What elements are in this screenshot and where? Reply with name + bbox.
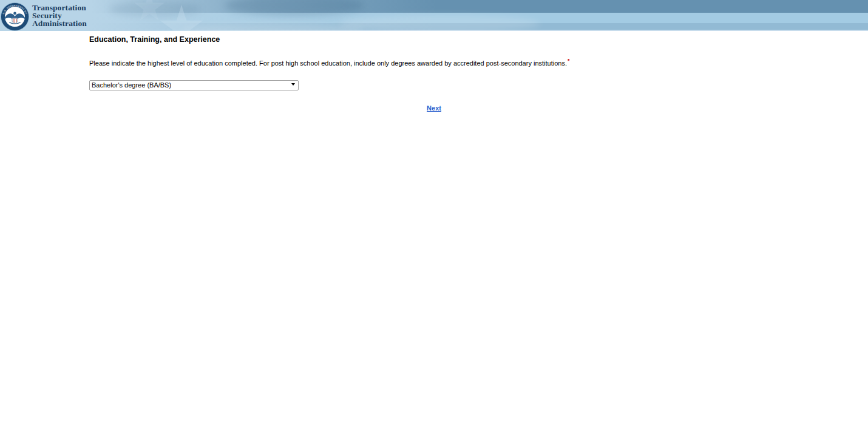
page: U.S. DEPARTMENT OF HOMELAND SECURITY — [0, 0, 868, 113]
next-row: Next — [89, 102, 779, 113]
education-level-select[interactable]: Bachelor's degree (BA/BS) — [89, 80, 299, 90]
question-text: Please indicate the highest level of edu… — [89, 57, 779, 67]
education-level-select-wrap: Bachelor's degree (BA/BS) — [89, 79, 299, 89]
header-cloud-shape — [109, 1, 200, 17]
agency-wordmark: Transportation Security Administration — [32, 4, 87, 27]
page-title: Education, Training, and Experience — [89, 35, 779, 44]
question-text-body: Please indicate the highest level of edu… — [89, 60, 567, 67]
dhs-seal-icon: U.S. DEPARTMENT OF HOMELAND SECURITY — [1, 2, 29, 31]
main-content: Education, Training, and Experience Plea… — [89, 31, 779, 113]
next-link[interactable]: Next — [427, 104, 441, 112]
header-cloud-shape — [340, 15, 540, 31]
tsa-header: U.S. DEPARTMENT OF HOMELAND SECURITY — [0, 0, 868, 31]
tsa-brand: U.S. DEPARTMENT OF HOMELAND SECURITY — [0, 0, 87, 31]
agency-wordmark-line3: Administration — [32, 20, 87, 28]
required-asterisk: * — [568, 58, 570, 64]
